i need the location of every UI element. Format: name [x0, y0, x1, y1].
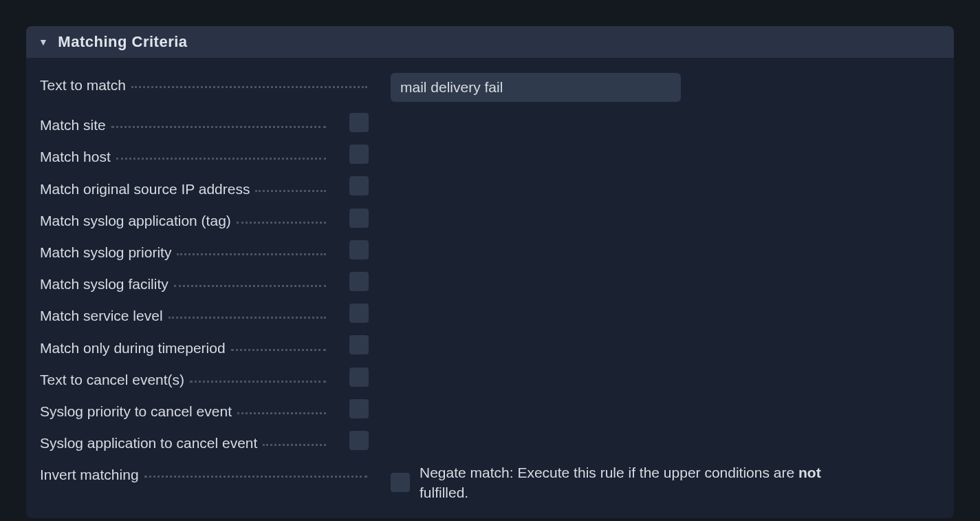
dotted-leader: [177, 238, 326, 255]
match-time-checkbox[interactable]: [349, 335, 369, 354]
dotted-leader: [263, 429, 326, 446]
matching-criteria-panel: ▼ Matching Criteria Text to match Match …: [26, 26, 954, 518]
dotted-leader: [237, 206, 326, 224]
match-prio-checkbox[interactable]: [349, 240, 369, 259]
row-text-to-match: Text to match: [40, 67, 940, 107]
label-cancel-text: Text to cancel event(s): [40, 368, 326, 388]
dotted-leader: [111, 111, 326, 128]
dotted-leader: [168, 301, 326, 319]
match-svc-checkbox[interactable]: [349, 304, 369, 323]
section-body: Text to match Match site Match host: [26, 58, 954, 518]
label-match-ip: Match original source IP address: [40, 176, 326, 197]
dotted-leader: [231, 333, 326, 350]
label-match-prio: Match syslog priority: [40, 240, 326, 261]
match-fac-checkbox[interactable]: [349, 272, 369, 291]
row-cancel-text: Text to cancel event(s): [40, 362, 940, 394]
dotted-leader: [144, 460, 367, 478]
label-text-to-match: Text to match: [40, 73, 367, 94]
cancel-text-checkbox[interactable]: [349, 368, 369, 387]
section-title: Matching Criteria: [58, 33, 187, 51]
label-cancel-prio: Syslog priority to cancel event: [40, 399, 326, 420]
label-invert-matching: Invert matching: [40, 462, 367, 483]
cancel-prio-checkbox[interactable]: [349, 399, 369, 418]
match-app-checkbox[interactable]: [349, 209, 369, 228]
label-match-host: Match host: [40, 145, 326, 165]
row-match-prio: Match syslog priority: [40, 235, 940, 266]
row-match-host: Match host: [40, 139, 940, 171]
collapse-triangle-icon: ▼: [39, 36, 48, 47]
dotted-leader: [237, 397, 326, 414]
invert-matching-description: Negate match: Execute this rule if the u…: [420, 462, 860, 503]
label-match-site: Match site: [40, 113, 326, 134]
label-match-fac: Match syslog facility: [40, 272, 326, 293]
match-host-checkbox[interactable]: [349, 145, 369, 164]
row-match-app: Match syslog application (tag): [40, 203, 940, 235]
row-match-time: Match only during timeperiod: [40, 330, 940, 361]
dotted-leader: [255, 174, 326, 191]
text-to-match-input[interactable]: [391, 73, 681, 102]
label-match-time: Match only during timeperiod: [40, 335, 326, 356]
row-match-site: Match site: [40, 107, 940, 139]
cancel-app-checkbox[interactable]: [349, 431, 369, 450]
row-cancel-prio: Syslog priority to cancel event: [40, 394, 940, 425]
label-match-svc: Match service level: [40, 304, 326, 324]
dotted-leader: [116, 142, 326, 160]
dotted-leader: [174, 270, 326, 287]
dotted-leader: [131, 71, 367, 88]
section-header[interactable]: ▼ Matching Criteria: [26, 26, 954, 58]
row-match-fac: Match syslog facility: [40, 266, 940, 298]
label-match-app: Match syslog application (tag): [40, 209, 326, 229]
dotted-leader: [190, 365, 326, 383]
row-match-ip: Match original source IP address: [40, 171, 940, 202]
row-invert-matching: Invert matching Negate match: Execute th…: [40, 457, 940, 509]
row-match-svc: Match service level: [40, 298, 940, 330]
invert-matching-checkbox[interactable]: [391, 473, 410, 492]
row-cancel-app: Syslog application to cancel event: [40, 425, 940, 457]
match-ip-checkbox[interactable]: [349, 176, 369, 195]
label-cancel-app: Syslog application to cancel event: [40, 431, 326, 451]
match-site-checkbox[interactable]: [349, 113, 369, 132]
